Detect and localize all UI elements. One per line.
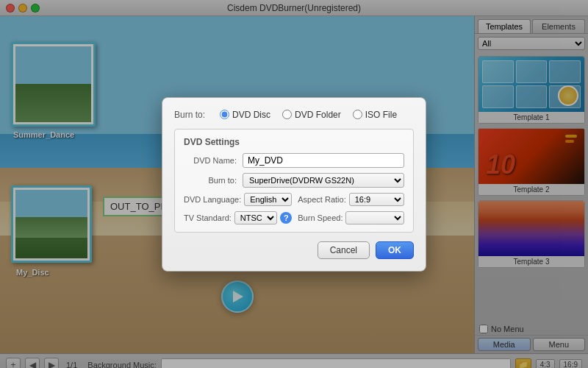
cancel-button[interactable]: Cancel xyxy=(318,241,370,259)
burn-drive-select[interactable]: SuperDrive(DVDRW GS22N) xyxy=(243,173,404,188)
iso-file-option[interactable]: ISO File xyxy=(353,110,397,120)
tv-standard-row: TV Standard: NTSC ? xyxy=(184,211,292,224)
burn-speed-row: Burn Speed: xyxy=(298,211,404,224)
ok-button[interactable]: OK xyxy=(376,241,414,259)
settings-title: DVD Settings xyxy=(184,137,404,147)
dvd-disc-radio[interactable] xyxy=(220,110,229,119)
burn-to-row: Burn to: DVD Disc DVD Folder ISO File xyxy=(174,110,414,120)
dialog-buttons: Cancel OK xyxy=(174,241,414,259)
language-label: DVD Language: xyxy=(184,195,241,204)
dvd-disc-option[interactable]: DVD Disc xyxy=(220,110,270,120)
aspect-row: Aspect Ratio: 16:9 xyxy=(298,193,404,206)
iso-file-label: ISO File xyxy=(365,110,397,120)
iso-file-radio[interactable] xyxy=(353,110,362,119)
dvd-folder-radio[interactable] xyxy=(282,110,292,119)
aspect-label: Aspect Ratio: xyxy=(298,195,345,204)
dvd-settings-box: DVD Settings DVD Name: Burn to: SuperDri… xyxy=(174,129,414,233)
language-row: DVD Language: English xyxy=(184,193,292,206)
dvd-folder-label: DVD Folder xyxy=(295,110,341,120)
dvd-disc-label: DVD Disc xyxy=(232,110,270,120)
burn-speed-select[interactable] xyxy=(345,211,404,224)
burn-drive-row: Burn to: SuperDrive(DVDRW GS22N) xyxy=(184,173,404,188)
dvd-folder-option[interactable]: DVD Folder xyxy=(282,110,341,120)
burn-to-label: Burn to: xyxy=(174,110,205,120)
settings-col-left: DVD Language: English TV Standard: NTSC … xyxy=(184,193,292,224)
burn-dialog: Burn to: DVD Disc DVD Folder ISO File DV… xyxy=(162,97,426,272)
settings-col-right: Aspect Ratio: 16:9 Burn Speed: xyxy=(298,193,404,224)
dvd-name-row: DVD Name: xyxy=(184,153,404,168)
dialog-overlay: Burn to: DVD Disc DVD Folder ISO File DV… xyxy=(0,0,588,368)
settings-2col: DVD Language: English TV Standard: NTSC … xyxy=(184,193,404,224)
burn-speed-label: Burn Speed: xyxy=(298,213,343,222)
language-select[interactable]: English xyxy=(244,193,292,206)
dvd-name-input[interactable] xyxy=(243,153,404,168)
tv-select[interactable]: NTSC xyxy=(234,211,277,224)
help-icon[interactable]: ? xyxy=(280,212,292,224)
burn-drive-label: Burn to: xyxy=(184,176,237,185)
tv-label: TV Standard: xyxy=(184,213,232,222)
aspect-select[interactable]: 16:9 xyxy=(349,193,404,206)
dvd-name-label: DVD Name: xyxy=(184,156,237,165)
